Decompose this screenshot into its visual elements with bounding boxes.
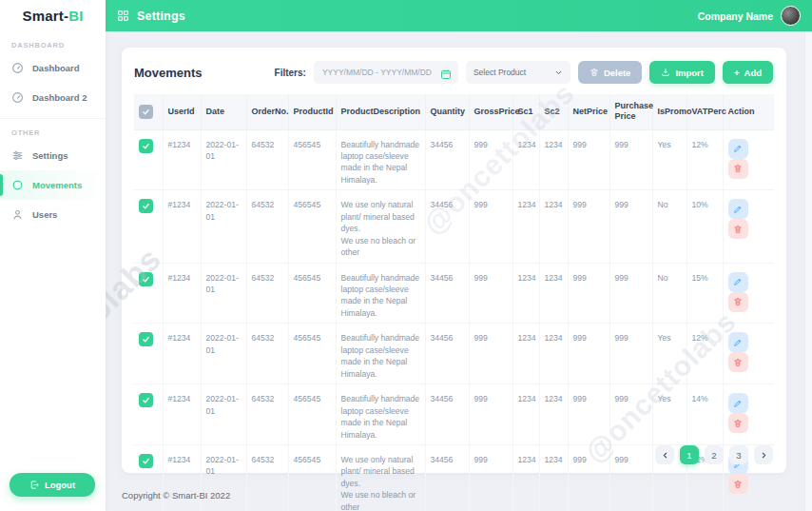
- pagination-next[interactable]: [754, 445, 773, 464]
- edit-row-button[interactable]: [728, 332, 748, 352]
- cell-action: [723, 263, 774, 324]
- cell-date: 2022-01-01: [201, 263, 246, 324]
- cell-netprice: 999: [568, 263, 609, 324]
- row-checkbox[interactable]: [139, 199, 153, 213]
- column-header: Purchase Price: [609, 94, 652, 129]
- cell-sc2: 1234: [539, 445, 568, 511]
- delete-button[interactable]: Delete: [578, 61, 643, 84]
- select-all-checkbox[interactable]: [139, 105, 153, 119]
- copyright-text: Copyright © Smart-BI 2022: [122, 490, 230, 501]
- logout-label: Logout: [45, 480, 75, 490]
- cell-sc2: 1234: [539, 129, 568, 190]
- row-select-cell: [134, 129, 163, 190]
- cell-userid: #1234: [163, 263, 201, 324]
- cell-quantity: 34456: [425, 190, 469, 263]
- row-select-cell: [134, 190, 163, 263]
- column-header: Quantity: [425, 94, 469, 129]
- logout-button[interactable]: Logout: [10, 473, 95, 497]
- sidebar-item-movements[interactable]: Movements: [0, 170, 106, 200]
- pagination-prev[interactable]: [655, 445, 674, 464]
- gauge-icon: [11, 62, 24, 74]
- delete-row-button[interactable]: [728, 474, 748, 494]
- cell-productid: 456545: [288, 445, 336, 511]
- cell-description: We use only natural plant/ mineral based…: [336, 445, 425, 511]
- pagination-page-3[interactable]: 3: [729, 445, 748, 464]
- table-row: #12342022-01-0164532456545Beautifully ha…: [134, 324, 774, 384]
- sidebar-section-dashboard: DASHBOARD: [0, 31, 106, 53]
- edit-row-button[interactable]: [728, 393, 748, 413]
- cell-ispromo: No: [652, 263, 686, 324]
- cell-productid: 456545: [288, 263, 336, 324]
- pagination: 1 2 3: [655, 445, 773, 464]
- brand-name: Smart-: [22, 8, 68, 24]
- plus-icon: +: [734, 68, 740, 78]
- row-checkbox[interactable]: [139, 272, 153, 286]
- column-header: IsPromo: [652, 94, 686, 129]
- cell-description: Beautifully handmade laptop case/sleeve …: [336, 384, 425, 445]
- user-avatar[interactable]: [781, 6, 801, 26]
- delete-row-button[interactable]: [728, 219, 748, 239]
- company-name: Company Name: [698, 10, 773, 22]
- cell-orderno: 64532: [246, 384, 288, 445]
- cell-vatperc: 12%: [686, 129, 723, 190]
- sidebar-item-dashboard-2[interactable]: Dashboard 2: [0, 83, 106, 112]
- circle-icon: [11, 179, 24, 191]
- column-header: NetPrice: [568, 94, 609, 129]
- cell-productid: 456545: [288, 324, 336, 384]
- cell-sc1: 1234: [512, 190, 539, 263]
- cell-netprice: 999: [568, 445, 609, 511]
- cell-ispromo: No: [652, 190, 686, 263]
- logout-icon: [29, 480, 40, 490]
- brand-accent: BI: [68, 8, 83, 24]
- column-header: ProductId: [288, 94, 336, 129]
- scrollbar-track[interactable]: [804, 31, 812, 511]
- cell-quantity: 34456: [425, 384, 469, 445]
- row-checkbox[interactable]: [139, 139, 153, 153]
- cell-sc2: 1234: [539, 324, 568, 384]
- cell-purchaseprice: 999: [609, 324, 652, 384]
- edit-row-button[interactable]: [728, 139, 748, 159]
- row-checkbox[interactable]: [139, 393, 153, 407]
- cell-sc1: 1234: [512, 263, 539, 324]
- cell-sc2: 1234: [539, 190, 568, 263]
- cell-sc1: 1234: [512, 129, 539, 190]
- import-button[interactable]: Import: [649, 61, 715, 84]
- filters-bar: Filters: Select Product Delete: [275, 61, 773, 84]
- column-header: VATPerc: [686, 94, 723, 129]
- row-checkbox[interactable]: [139, 454, 153, 468]
- pagination-page-1[interactable]: 1: [680, 445, 699, 464]
- row-select-cell: [134, 263, 163, 324]
- cell-productid: 456545: [288, 190, 336, 263]
- add-button[interactable]: + Add: [723, 61, 773, 84]
- date-range-input[interactable]: [314, 61, 458, 84]
- sidebar-item-settings[interactable]: Settings: [0, 141, 106, 170]
- delete-row-button[interactable]: [728, 413, 748, 433]
- table-header-row: UserId Date OrderNo. ProductId ProductDe…: [134, 94, 774, 129]
- app-window: Smart-BI DASHBOARD Dashboard Dashboard 2…: [0, 0, 812, 511]
- sidebar-item-dashboard[interactable]: Dashboard: [0, 53, 106, 83]
- cell-description: Beautifully handmade laptop case/sleeve …: [336, 129, 425, 190]
- delete-row-button[interactable]: [728, 159, 748, 179]
- import-icon: [661, 68, 670, 77]
- pagination-page-2[interactable]: 2: [705, 445, 724, 464]
- product-select[interactable]: Select Product: [466, 61, 570, 84]
- cell-userid: #1234: [163, 324, 201, 384]
- column-header: Action: [723, 94, 774, 129]
- sidebar-item-label: Users: [32, 209, 57, 220]
- cell-orderno: 64532: [246, 445, 288, 511]
- cell-orderno: 64532: [246, 129, 288, 190]
- cell-grossprice: 999: [469, 445, 512, 511]
- edit-row-button[interactable]: [728, 272, 748, 292]
- sidebar-item-label: Settings: [32, 150, 68, 161]
- edit-row-button[interactable]: [728, 199, 748, 219]
- row-select-cell: [134, 324, 163, 384]
- select-all-cell: [134, 94, 163, 129]
- sidebar-item-users[interactable]: Users: [0, 200, 106, 229]
- row-checkbox[interactable]: [139, 332, 153, 346]
- delete-row-button[interactable]: [728, 292, 748, 312]
- delete-row-button[interactable]: [728, 352, 748, 372]
- cell-purchaseprice: 999: [609, 263, 652, 324]
- cell-sc1: 1234: [512, 445, 539, 511]
- cell-grossprice: 999: [469, 190, 512, 263]
- cell-purchaseprice: 999: [609, 129, 652, 190]
